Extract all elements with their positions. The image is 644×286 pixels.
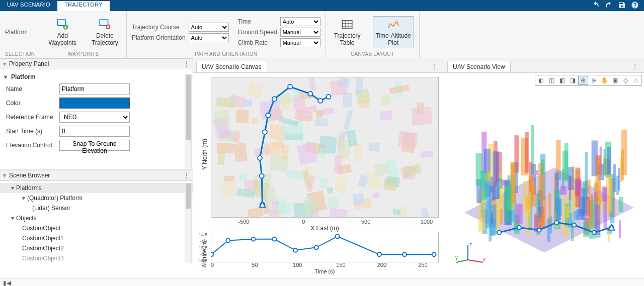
svg-point-26: [403, 252, 407, 256]
svg-rect-4: [342, 20, 352, 28]
svg-rect-151: [493, 151, 499, 199]
altitude-plot: Altitude (m) -14.5 -15 -15.5 -16 -16.5 0…: [198, 232, 439, 274]
map-plot[interactable]: 500 0 -500: [211, 77, 439, 218]
svg-rect-164: [596, 157, 601, 204]
axis-gizmo: x y z: [455, 242, 486, 267]
trajectory-overlay: [211, 77, 438, 218]
chevron-down-icon[interactable]: ▾: [3, 60, 6, 67]
svg-rect-118: [621, 150, 624, 180]
ground-speed-select[interactable]: Manual: [280, 28, 320, 37]
list-item[interactable]: CustomObject1: [0, 233, 193, 243]
platform-orientation-select[interactable]: Auto: [189, 33, 229, 42]
canvas-tab[interactable]: UAV Scenario Canvas: [196, 61, 267, 72]
svg-point-22: [293, 248, 297, 252]
svg-rect-2: [100, 20, 108, 25]
svg-rect-159: [555, 174, 558, 219]
svg-rect-119: [541, 196, 546, 227]
redo-icon[interactable]: [605, 1, 613, 11]
svg-rect-114: [568, 167, 574, 190]
svg-point-5: [389, 23, 391, 24]
trajectory-course-select[interactable]: Auto: [189, 23, 229, 32]
view3d[interactable]: ◐ ◫ ◧ ◨ ⊕ ⊖ ✋ ▣ ◇ ⌂ x y z: [444, 73, 644, 278]
list-item[interactable]: CustomObject2: [0, 243, 193, 253]
chevron-down-icon[interactable]: ▾: [3, 172, 6, 179]
svg-point-174: [592, 231, 596, 235]
delete-trajectory-icon: [98, 18, 111, 31]
svg-point-6: [395, 20, 397, 22]
svg-point-171: [537, 228, 541, 232]
tab-uav-scenario[interactable]: UAV SCENARIO: [0, 0, 57, 11]
main-area: ▾ Property Panel ⋮ ▾ Platform Name Color…: [0, 58, 644, 278]
canvas-panel: UAV Scenario Canvas ⋮ Y North (m) 500 0 …: [193, 58, 444, 278]
svg-rect-141: [607, 147, 611, 177]
scene-browser-body: ▾Platforms ▾(Quadrotor) Platform (Lidar)…: [0, 181, 193, 278]
ribbon-group-path: Trajectory Course Auto Platform Orientat…: [127, 11, 326, 58]
altitude-plot-area[interactable]: -14.5 -15 -15.5 -16 -16.5: [211, 232, 439, 262]
ribbon-tab-strip: UAV SCENARIO TRAJECTORY: [0, 0, 644, 11]
svg-point-169: [497, 231, 501, 235]
platform-section-header[interactable]: ▾ Platform: [4, 73, 189, 80]
view3d-tab[interactable]: UAV Scenario View: [447, 61, 511, 72]
trajectory-table-button[interactable]: Trajectory Table: [331, 16, 364, 49]
table-icon: [341, 18, 354, 31]
svg-rect-0: [57, 20, 65, 25]
sensor-tree-item[interactable]: (Lidar) Sensor: [0, 203, 193, 213]
svg-rect-96: [476, 153, 482, 185]
svg-rect-153: [541, 159, 544, 174]
svg-point-24: [336, 234, 340, 238]
property-panel-scrollbar[interactable]: [185, 74, 192, 168]
left-panel-stack: ▾ Property Panel ⋮ ▾ Platform Name Color…: [0, 58, 193, 278]
scene-browser-header: ▾ Scene Browser ⋮: [0, 170, 193, 181]
add-waypoints-button[interactable]: Add Waypoints: [45, 16, 79, 49]
undo-icon[interactable]: [592, 1, 600, 11]
start-time-input[interactable]: [59, 126, 130, 137]
svg-rect-160: [525, 132, 529, 173]
group-label-canvas-layout: CANVAS LAYOUT: [331, 51, 414, 58]
delete-trajectory-button[interactable]: Delete Trajectory: [89, 16, 121, 49]
climb-rate-select[interactable]: Manual: [280, 38, 320, 47]
panel-menu-button[interactable]: ⋮: [432, 63, 441, 70]
help-icon[interactable]: [631, 1, 639, 11]
reference-frame-label: Reference Frame: [6, 114, 56, 121]
svg-point-12: [272, 97, 277, 101]
list-item[interactable]: CustomObject: [0, 223, 193, 233]
svg-rect-163: [560, 186, 567, 195]
name-input[interactable]: [59, 83, 130, 94]
platforms-section[interactable]: ▾Platforms: [0, 183, 193, 193]
time-altitude-plot-button[interactable]: Time-Altitude Plot: [373, 16, 414, 49]
svg-point-172: [554, 221, 558, 225]
elevation-control-button[interactable]: Snap To Ground Elevation: [59, 140, 130, 151]
add-waypoints-icon: [56, 18, 69, 31]
altitude-line: [211, 232, 438, 263]
panel-menu-button[interactable]: ⋮: [184, 172, 190, 179]
platform-tree-item[interactable]: ▾(Quadrotor) Platform: [0, 193, 193, 203]
svg-rect-158: [511, 164, 516, 203]
save-icon[interactable]: [618, 1, 626, 11]
platform-orientation-label: Platform Orientation: [132, 34, 186, 41]
svg-point-18: [211, 252, 213, 256]
svg-point-15: [318, 99, 323, 103]
time-label: Time: [238, 18, 277, 25]
view3d-panel: UAV Scenario View ⋮ ◐ ◫ ◧ ◨ ⊕ ⊖ ✋ ▣ ◇ ⌂ …: [444, 58, 644, 278]
reference-frame-select[interactable]: NED: [59, 112, 130, 123]
group-label-selection: SELECTION: [5, 51, 35, 58]
ribbon-group-selection: Platform SELECTION: [0, 11, 40, 58]
svg-point-8: [260, 174, 264, 178]
list-item[interactable]: CustomObject3: [0, 253, 193, 263]
time-select[interactable]: Auto: [280, 17, 320, 26]
objects-section[interactable]: ▾Objects: [0, 213, 193, 223]
panel-menu-button[interactable]: ⋮: [632, 63, 641, 70]
svg-line-177: [468, 260, 483, 262]
color-swatch[interactable]: [59, 98, 130, 109]
svg-rect-166: [604, 188, 607, 230]
svg-point-20: [252, 237, 256, 241]
svg-rect-150: [565, 143, 569, 181]
rewind-icon[interactable]: ▮◀: [3, 279, 11, 287]
svg-rect-139: [503, 180, 508, 185]
panel-menu-button[interactable]: ⋮: [184, 60, 190, 67]
x-axis: -500 0 500 1000 X East (m): [211, 218, 439, 232]
svg-point-10: [263, 130, 267, 134]
svg-point-11: [266, 113, 270, 118]
tab-trajectory[interactable]: TRAJECTORY: [57, 0, 110, 11]
status-bar: ▮◀: [0, 278, 644, 286]
